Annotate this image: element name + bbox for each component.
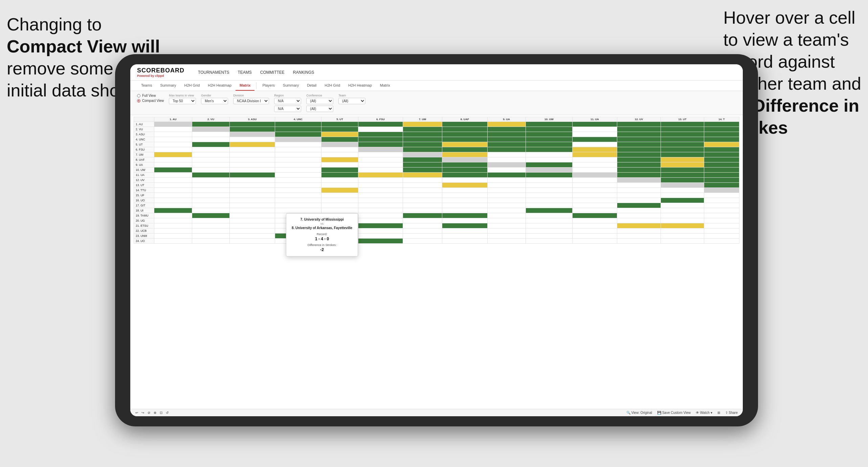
matrix-cell[interactable] [442, 193, 487, 198]
matrix-cell[interactable] [442, 198, 487, 203]
matrix-cell[interactable] [573, 193, 617, 198]
matrix-cell[interactable] [617, 152, 661, 157]
matrix-cell[interactable] [230, 183, 275, 188]
matrix-cell[interactable] [617, 183, 661, 188]
matrix-cell[interactable] [661, 183, 704, 188]
subnav-players-h2h-heatmap[interactable]: H2H Heatmap [344, 81, 376, 91]
matrix-cell[interactable] [704, 137, 739, 142]
matrix-cell[interactable] [154, 168, 192, 173]
matrix-cell[interactable] [526, 193, 573, 198]
matrix-cell[interactable] [617, 168, 661, 173]
reset-button[interactable]: ↺ [166, 411, 169, 415]
matrix-cell[interactable] [154, 127, 192, 132]
matrix-cell[interactable] [403, 239, 442, 244]
matrix-cell[interactable] [573, 208, 617, 213]
matrix-cell[interactable] [230, 203, 275, 208]
matrix-cell[interactable] [487, 198, 526, 203]
matrix-cell[interactable] [661, 203, 704, 208]
matrix-cell[interactable] [321, 162, 358, 168]
matrix-cell[interactable] [230, 213, 275, 218]
matrix-cell[interactable] [154, 122, 192, 127]
gender-select[interactable]: Men's [201, 98, 228, 104]
matrix-cell[interactable] [573, 122, 617, 127]
matrix-cell[interactable] [321, 208, 358, 213]
compact-view-radio[interactable] [137, 99, 140, 103]
matrix-cell[interactable] [526, 223, 573, 228]
matrix-cell[interactable] [275, 122, 321, 127]
matrix-cell[interactable] [573, 223, 617, 228]
matrix-cell[interactable] [442, 203, 487, 208]
matrix-cell[interactable] [661, 137, 704, 142]
matrix-cell[interactable] [275, 193, 321, 198]
matrix-cell[interactable] [358, 188, 403, 193]
watch-button[interactable]: 👁 Watch ▾ [696, 411, 712, 415]
matrix-cell[interactable] [487, 203, 526, 208]
matrix-cell[interactable] [487, 152, 526, 157]
matrix-cell[interactable] [275, 147, 321, 152]
matrix-cell[interactable] [358, 213, 403, 218]
matrix-cell[interactable] [275, 168, 321, 173]
matrix-cell[interactable] [321, 183, 358, 188]
matrix-cell[interactable] [661, 132, 704, 137]
matrix-cell[interactable] [230, 239, 275, 244]
tool-3[interactable]: ⊘ [148, 411, 150, 415]
matrix-cell[interactable] [704, 213, 739, 218]
matrix-cell[interactable] [442, 142, 487, 147]
matrix-cell[interactable] [573, 198, 617, 203]
matrix-cell[interactable] [573, 142, 617, 147]
matrix-cell[interactable] [661, 188, 704, 193]
matrix-cell[interactable] [358, 157, 403, 162]
matrix-cell[interactable] [275, 188, 321, 193]
matrix-cell[interactable] [321, 137, 358, 142]
matrix-cell[interactable] [192, 173, 229, 178]
matrix-cell[interactable] [526, 152, 573, 157]
matrix-cell[interactable] [358, 122, 403, 127]
grid-button[interactable]: ⊞ [717, 411, 720, 415]
matrix-cell[interactable] [275, 162, 321, 168]
subnav-players-h2h-grid[interactable]: H2H Grid [320, 81, 344, 91]
matrix-cell[interactable] [230, 152, 275, 157]
matrix-cell[interactable] [358, 218, 403, 223]
matrix-cell[interactable] [275, 198, 321, 203]
matrix-cell[interactable] [487, 208, 526, 213]
matrix-cell[interactable] [403, 137, 442, 142]
matrix-cell[interactable] [154, 178, 192, 183]
matrix-cell[interactable] [487, 183, 526, 188]
matrix-cell[interactable] [661, 142, 704, 147]
matrix-cell[interactable] [192, 234, 229, 239]
matrix-cell[interactable] [358, 127, 403, 132]
matrix-cell[interactable] [321, 157, 358, 162]
matrix-cell[interactable] [230, 234, 275, 239]
matrix-cell[interactable] [192, 223, 229, 228]
matrix-cell[interactable] [661, 223, 704, 228]
matrix-cell[interactable] [154, 218, 192, 223]
matrix-cell[interactable] [230, 147, 275, 152]
subnav-detail[interactable]: Detail [303, 81, 320, 91]
matrix-cell[interactable] [230, 223, 275, 228]
matrix-cell[interactable] [230, 188, 275, 193]
matrix-cell[interactable] [192, 178, 229, 183]
matrix-cell[interactable] [442, 239, 487, 244]
matrix-cell[interactable] [442, 208, 487, 213]
subnav-summary[interactable]: Summary [156, 81, 180, 91]
matrix-cell[interactable] [192, 203, 229, 208]
matrix-cell[interactable] [192, 213, 229, 218]
matrix-cell[interactable] [358, 198, 403, 203]
matrix-cell[interactable] [487, 147, 526, 152]
matrix-cell[interactable] [403, 193, 442, 198]
matrix-cell[interactable] [704, 188, 739, 193]
matrix-cell[interactable] [526, 122, 573, 127]
matrix-cell[interactable] [358, 142, 403, 147]
matrix-cell[interactable] [573, 173, 617, 178]
matrix-cell[interactable] [661, 168, 704, 173]
matrix-cell[interactable] [321, 147, 358, 152]
matrix-cell[interactable] [154, 152, 192, 157]
matrix-cell[interactable] [230, 137, 275, 142]
matrix-cell[interactable] [403, 208, 442, 213]
division-select[interactable]: NCAA Division I [233, 98, 269, 104]
matrix-cell[interactable] [275, 132, 321, 137]
matrix-cell[interactable] [154, 198, 192, 203]
matrix-cell[interactable] [526, 198, 573, 203]
nav-rankings[interactable]: RANKINGS [293, 70, 314, 75]
conference-select-1[interactable]: (All) [306, 98, 333, 104]
